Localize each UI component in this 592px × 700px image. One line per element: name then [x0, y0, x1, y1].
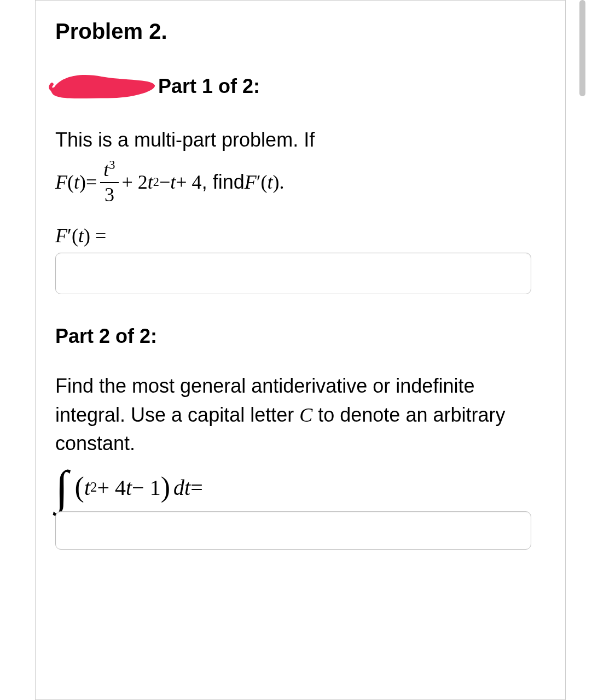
scrollbar-track[interactable] — [576, 0, 592, 104]
int-d: d — [173, 475, 184, 500]
int-minus1: − 1 — [132, 475, 161, 500]
int-open: ( — [75, 476, 84, 499]
part2-instruction: Find the most general antiderivative or … — [55, 372, 545, 458]
integral-sign-icon: ∫ — [55, 471, 68, 504]
part2-label: Part 2 of 2: — [55, 325, 545, 348]
eq-comma-find: , find — [202, 171, 245, 194]
eq-Fprime-open: ( — [261, 171, 268, 194]
int-equals: = — [190, 475, 203, 500]
eq-minus: − — [159, 171, 170, 194]
int-close: ) — [161, 476, 170, 499]
eq-Fprime-t: t — [268, 171, 273, 194]
int-t-lone: t — [126, 475, 132, 500]
part1-intro: This is a multi-part problem. If — [55, 126, 545, 154]
eq-t2-base: t — [148, 171, 153, 194]
eq-fraction: t3 3 — [100, 159, 118, 206]
eq-F: F — [55, 171, 67, 194]
part1-header: Part 1 of 2: — [55, 71, 545, 102]
problem-panel: Problem 2. Part 1 of 2: This is a multi-… — [35, 0, 566, 700]
eq-plus-2: + 2 — [122, 171, 148, 194]
eq-Fprime-close: ) — [273, 171, 280, 194]
redaction-mark-icon — [49, 71, 156, 102]
eq-period: . — [280, 171, 285, 194]
part1-answer-label: F′(t) = — [55, 224, 545, 247]
eq-var-t: t — [74, 171, 79, 194]
eq-plus4: + 4 — [176, 171, 201, 194]
part1-equation: F ( t ) = t3 3 + 2 t2 − t + 4 , find F′ … — [55, 159, 545, 206]
problem-title: Problem 2. — [55, 19, 545, 44]
eq-t-lone: t — [170, 171, 176, 194]
int-plus4t: + 4 — [97, 475, 126, 500]
part1-answer-input[interactable] — [55, 253, 531, 294]
eq-open: ( — [67, 171, 74, 194]
part1-label: Part 1 of 2: — [158, 75, 260, 98]
eq-close: ) — [79, 171, 86, 194]
scrollbar-thumb[interactable] — [579, 0, 585, 96]
part2-integral: ∫ ( t2 + 4 t − 1 ) dt = — [55, 471, 545, 504]
eq-equals: = — [86, 171, 97, 194]
int-t: t — [184, 475, 190, 500]
eq-Fprime-F: F — [245, 171, 257, 194]
int-t2-base: t — [84, 475, 90, 500]
part2-answer-input[interactable] — [55, 511, 531, 550]
